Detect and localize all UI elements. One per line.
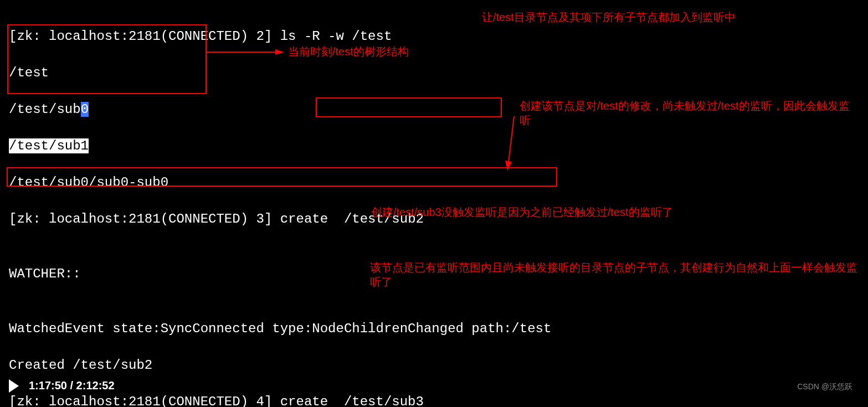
terminal-line: WatchedEvent state:SyncConnected type:No… [9, 320, 868, 338]
prompt-text: [zk: localhost:2181(CONNECTED) 3] [9, 212, 280, 226]
terminal-line: [zk: localhost:2181(CONNECTED) 2] ls -R … [9, 27, 868, 45]
terminal-line: /test/sub0 [9, 100, 868, 119]
terminal-line: [zk: localhost:2181(CONNECTED) 4] create… [9, 393, 868, 407]
terminal-line: /test [9, 64, 868, 82]
terminal-output: [zk: localhost:2181(CONNECTED) 2] ls -R … [0, 0, 868, 407]
text: /test/sub [9, 102, 81, 117]
total-time: 2:12:52 [76, 379, 115, 391]
terminal-line: Created /test/sub2 [9, 356, 868, 374]
selection-highlight: /test/sub1 [9, 138, 89, 153]
terminal-line: [zk: localhost:2181(CONNECTED) 3] create… [9, 210, 868, 228]
command-text: create /test/sub2 [280, 212, 424, 226]
video-time-display: 1:17:50 / 2:12:52 [29, 377, 115, 395]
time-separator: / [67, 379, 76, 391]
video-controls: 1:17:50 / 2:12:52 [9, 377, 115, 395]
current-time: 1:17:50 [29, 379, 67, 391]
terminal-line: /test/sub1 [9, 137, 868, 155]
play-icon[interactable] [9, 379, 19, 393]
terminal-line: WATCHER:: [9, 265, 868, 283]
terminal-line: /test/sub0/sub0-sub0 [9, 173, 868, 192]
selection-highlight: 0 [81, 102, 89, 117]
